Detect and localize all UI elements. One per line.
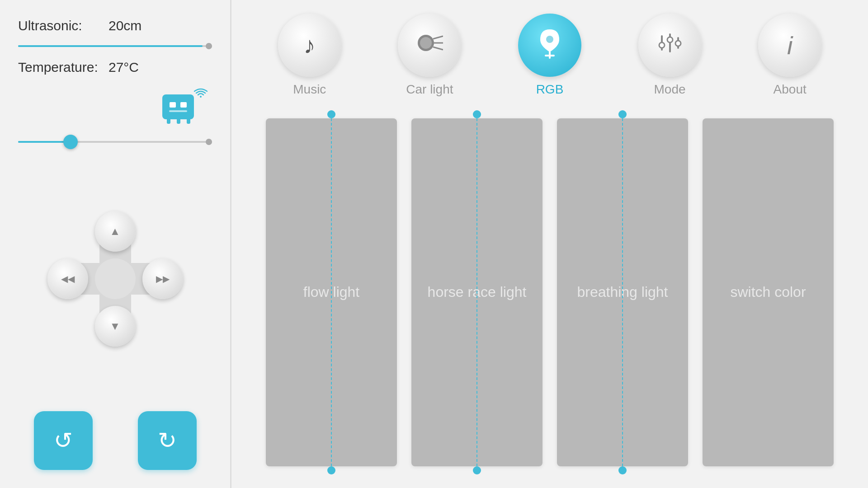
nav-tabs: ♪ Music Car light [250,14,850,97]
left-arrow-icon: ◀◀ [61,273,75,284]
robot-leg-left [167,117,170,124]
switch-color-card[interactable]: switch color [703,118,834,466]
card-column-flow: flow light [259,110,404,474]
svg-line-4 [433,47,443,50]
cards-area: flow light horse race light breathing li… [250,110,850,474]
flow-dashed-line [331,118,332,466]
card-column-switch: switch color [695,110,841,474]
slider2-section [18,133,212,151]
right-arrow-icon: ▶▶ [156,273,170,284]
tab-music[interactable]: ♪ Music [278,14,341,97]
dpad-left-btn[interactable]: ◀◀ [47,258,88,299]
robot-eye-left [170,102,176,108]
music-icon: ♪ [304,32,316,59]
robot-eye-right [180,102,187,108]
robot-eyes [170,102,187,108]
up-arrow-icon: ▲ [110,225,121,238]
tab-carlight-label: Car light [406,82,453,97]
wifi-icon [194,88,208,103]
robot-body [162,94,194,119]
breathing-dot-bottom [618,466,627,474]
slider1-track-container[interactable] [18,42,212,51]
svg-point-12 [675,41,681,46]
rgb-icon [537,27,563,64]
tab-about-label: About [774,82,807,97]
left-panel: Ultrasonic: 20cm Temperature: 27°C [0,0,231,488]
slider1-section [18,42,212,55]
down-arrow-icon: ▼ [110,320,121,333]
temperature-label: Temperature: [18,60,108,75]
svg-point-11 [667,37,673,42]
ultrasonic-value: 20cm [108,18,142,33]
mode-icon [656,32,684,59]
svg-point-1 [420,37,432,49]
ultrasonic-label: Ultrasonic: [18,18,108,33]
svg-line-2 [433,36,443,39]
robot-area [18,88,212,124]
dpad-left-button[interactable]: ◀◀ [47,258,88,299]
breathing-dot-top [618,110,627,118]
dpad-container: ▲ ▼ ◀◀ ▶▶ [18,164,212,393]
horse-dashed-line [476,118,477,466]
tab-about-circle[interactable]: i [758,14,821,77]
forward-arrow-icon: ↻ [158,427,177,454]
robot-legs [167,117,190,124]
dpad-up-btn[interactable]: ▲ [95,211,136,252]
tab-music-label: Music [293,82,326,97]
robot-icon [162,88,208,124]
robot-leg-right [177,117,180,124]
robot-mouth [169,110,187,112]
slider2-fill [18,141,71,143]
tab-mode-circle[interactable] [638,14,702,77]
dpad-up-button[interactable]: ▲ [95,211,136,252]
horse-dot-bottom [473,466,481,474]
right-panel: ♪ Music Car light [231,0,868,488]
flow-dot-top [327,110,335,118]
slider2-thumb[interactable] [63,135,78,149]
tab-about[interactable]: i About [758,14,821,97]
slider1-thumb-right [206,43,212,49]
tab-mode-label: Mode [654,82,686,97]
dpad-right-button[interactable]: ▶▶ [142,258,183,299]
dpad-right-btn[interactable]: ▶▶ [142,258,183,299]
dpad-down-button[interactable]: ▼ [95,306,136,347]
slider1-track [18,45,212,47]
card-column-breathing: breathing light [550,110,695,474]
tab-carlight-circle[interactable] [398,14,461,77]
tab-carlight[interactable]: Car light [398,14,461,97]
about-icon: i [787,31,793,60]
temperature-row: Temperature: 27°C [18,60,212,75]
back-arrow-icon: ↺ [54,427,73,454]
carlight-icon [416,32,443,59]
robot-leg-mid [187,117,190,124]
flow-dot-bottom [327,466,335,474]
back-button[interactable]: ↺ [34,411,93,470]
tab-rgb-circle[interactable] [518,14,581,77]
slider2-track [18,141,212,143]
tab-rgb-label: RGB [536,82,564,97]
switch-color-label: switch color [726,278,810,306]
dpad-center [95,258,136,299]
ultrasonic-row: Ultrasonic: 20cm [18,18,212,33]
dpad: ▲ ▼ ◀◀ ▶▶ [47,211,183,347]
horse-dot-top [473,110,481,118]
forward-button[interactable]: ↻ [138,411,197,470]
temperature-value: 27°C [108,60,139,75]
tab-mode[interactable]: Mode [638,14,702,97]
dpad-down-btn[interactable]: ▼ [95,306,136,347]
svg-point-5 [546,36,553,43]
slider1-fill [18,45,203,47]
svg-point-10 [659,42,665,48]
bottom-buttons: ↺ ↻ [18,411,212,470]
tab-music-circle[interactable]: ♪ [278,14,341,77]
slider2-thumb-right [206,139,212,145]
slider2-track-container[interactable] [18,133,212,151]
card-column-horse: horse race light [404,110,550,474]
tab-rgb[interactable]: RGB [518,14,581,97]
breathing-dashed-line [622,118,623,466]
